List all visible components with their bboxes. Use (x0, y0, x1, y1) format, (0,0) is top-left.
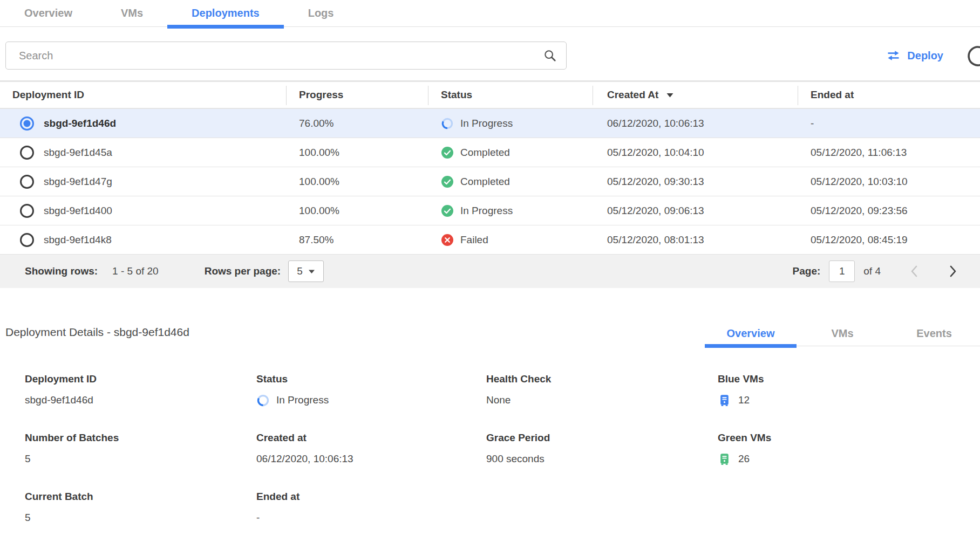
status-cell: In Progress (428, 196, 593, 225)
progress-value: 100.00% (286, 167, 428, 196)
field-status: Status In Progress (256, 373, 486, 407)
progress-value: 76.00% (286, 109, 428, 138)
green-vm-server-icon (718, 452, 731, 466)
field-label: Current Batch (25, 491, 256, 503)
field-label: Ended at (256, 491, 486, 503)
field-value: 900 seconds (486, 452, 718, 466)
progress-value: 100.00% (286, 196, 428, 225)
field-blue-vms: Blue VMs 12 (718, 373, 980, 407)
x-circle-icon (441, 234, 454, 246)
deploy-button-label: Deploy (907, 50, 943, 62)
field-value: - (256, 511, 486, 525)
tab-label: VMs (121, 7, 143, 19)
search-box (5, 42, 567, 70)
pagination-controls: Page: of 4 (793, 260, 958, 282)
swap-arrows-icon (886, 50, 901, 61)
deployment-details-title: Deployment Details - sbgd-9ef1d46d (5, 326, 189, 346)
tab-label: VMs (831, 327, 853, 340)
tab-deployments[interactable]: Deployments (167, 0, 284, 26)
next-page-button[interactable] (948, 264, 958, 278)
field-green-vms: Green VMs 26 (718, 432, 980, 466)
page-label: Page: (793, 265, 821, 277)
deploy-button[interactable]: Deploy (886, 50, 943, 62)
page-number-input[interactable] (829, 260, 855, 282)
table-row[interactable]: sbgd-9ef1d400 100.00% In Progress 05/12/… (0, 196, 980, 225)
green-vms-count: 26 (738, 453, 750, 465)
chevron-left-icon (909, 264, 920, 278)
row-radio[interactable] (20, 233, 34, 247)
table-row[interactable]: sbgd-9ef1d45a 100.00% Completed 05/12/20… (0, 138, 980, 167)
tab-label: Logs (308, 7, 334, 19)
column-label: Status (441, 89, 472, 101)
field-number-of-batches: Number of Batches 5 (25, 432, 256, 466)
status-label: In Progress (276, 394, 329, 406)
created-at-value: 05/12/2020, 10:04:10 (593, 138, 798, 167)
table-row[interactable]: sbgd-9ef1d47g 100.00% Completed 05/12/20… (0, 167, 980, 196)
field-value: 26 (718, 452, 980, 466)
field-label: Blue VMs (718, 373, 980, 385)
ended-at-value: 05/12/2020, 11:06:13 (798, 138, 980, 167)
table-header: Deployment ID Progress Status Created At… (0, 82, 980, 109)
ended-at-value: 05/12/2020, 09:23:56 (798, 196, 980, 225)
field-label: Health Check (486, 373, 718, 385)
showing-rows-value: 1 - 5 of 20 (112, 265, 159, 277)
details-tab-vms[interactable]: VMs (797, 321, 888, 346)
created-at-value: 05/12/2020, 09:30:13 (593, 167, 798, 196)
column-label: Progress (299, 89, 343, 101)
blue-vms-count: 12 (738, 394, 750, 406)
tab-overview[interactable]: Overview (0, 0, 97, 26)
tab-vms[interactable]: VMs (97, 0, 167, 26)
field-ended-at: Ended at - (256, 491, 486, 525)
field-value: In Progress (256, 393, 486, 407)
table-row[interactable]: sbgd-9ef1d4k8 87.50% Failed 05/12/2020, … (0, 225, 980, 255)
column-header-ended-at[interactable]: Ended at (798, 82, 980, 108)
column-label: Ended at (811, 89, 854, 101)
tab-label: Overview (727, 327, 775, 340)
details-tab-bar: Overview VMs Events (705, 321, 980, 346)
check-circle-icon (441, 175, 454, 188)
previous-page-button[interactable] (909, 264, 920, 278)
column-header-status[interactable]: Status (428, 82, 593, 108)
status-label: Failed (460, 234, 488, 246)
column-header-created-at[interactable]: Created At (593, 82, 798, 108)
dropdown-arrow-icon (308, 269, 315, 274)
row-radio[interactable] (20, 204, 34, 218)
ended-at-value: 05/12/2020, 08:45:19 (798, 225, 980, 254)
tab-logs[interactable]: Logs (284, 0, 358, 26)
status-label: In Progress (460, 118, 513, 129)
deployment-id: sbgd-9ef1d400 (44, 205, 112, 217)
field-value: None (486, 393, 718, 407)
in-progress-spinner-icon (256, 394, 269, 407)
progress-value: 87.50% (286, 225, 428, 254)
rows-per-page-select[interactable]: 5 (288, 260, 324, 282)
ended-at-value: 05/12/2020, 10:03:10 (798, 167, 980, 196)
status-cell: Failed (428, 225, 593, 254)
table-row[interactable]: sbgd-9ef1d46d 76.00% In Progress 06/12/2… (0, 109, 980, 138)
status-label: In Progress (460, 205, 513, 217)
column-header-progress[interactable]: Progress (286, 82, 428, 108)
row-radio[interactable] (20, 146, 34, 160)
row-radio[interactable] (20, 175, 34, 189)
details-tab-events[interactable]: Events (888, 321, 980, 346)
row-radio[interactable] (20, 116, 34, 131)
tab-label: Deployments (192, 7, 260, 19)
created-at-value: 05/12/2020, 09:06:13 (593, 196, 798, 225)
deployment-id: sbgd-9ef1d46d (44, 118, 116, 129)
status-cell: Completed (428, 167, 593, 196)
toolbar: Deploy (0, 42, 980, 70)
field-created-at: Created at 06/12/2020, 10:06:13 (256, 432, 486, 466)
field-label: Green VMs (718, 432, 980, 444)
check-circle-icon (441, 204, 454, 217)
refresh-button[interactable] (966, 44, 980, 67)
column-label: Created At (607, 89, 658, 101)
status-label: Completed (460, 176, 510, 188)
sort-desc-icon (666, 92, 674, 98)
field-value: 06/12/2020, 10:06:13 (256, 452, 486, 466)
field-value: sbgd-9ef1d46d (25, 393, 256, 407)
search-input[interactable] (5, 42, 567, 70)
details-tab-overview[interactable]: Overview (705, 321, 797, 346)
in-progress-spinner-icon (441, 117, 454, 130)
showing-rows-label: Showing rows: (25, 265, 98, 277)
column-header-deployment-id[interactable]: Deployment ID (0, 82, 286, 108)
status-cell: In Progress (428, 109, 593, 138)
